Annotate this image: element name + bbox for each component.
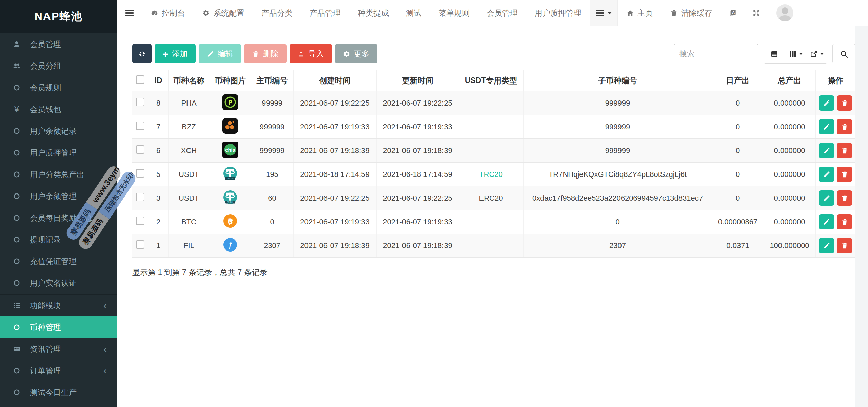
row-checkbox[interactable] [136,217,144,225]
row-delete-button[interactable] [837,143,852,158]
search-submit-button[interactable] [832,44,855,63]
sidebar-item-11[interactable]: 充值凭证管理 [0,251,117,272]
total-output: 0.000000 [774,123,805,131]
row-id: 7 [156,123,160,131]
sub-code: 2307 [609,241,626,250]
nav-item-label: 会员管理 [487,8,518,18]
chevron-down-icon [799,53,803,55]
row-delete-button[interactable] [837,95,852,111]
import-button[interactable]: 导入 [290,44,332,63]
trash-icon [841,195,848,202]
row-checkbox[interactable] [136,98,144,106]
nav-item-1[interactable]: 控制台 [142,0,194,26]
main-code: 195 [266,170,278,179]
toggle-view-button[interactable] [764,44,785,63]
sidebar-item-10[interactable]: 提现记录 [0,229,117,251]
nav-item-4[interactable]: 产品管理 [301,0,349,26]
records-summary: 显示第 1 到第 7 条记录，总共 7 条记录 [132,267,855,278]
row-edit-button[interactable] [819,119,834,134]
row-checkbox[interactable] [136,240,144,249]
sidebar-item-label: 提现记录 [30,235,61,245]
row-edit-button[interactable] [819,190,834,206]
row-edit-button[interactable] [819,167,834,182]
row-delete-button[interactable] [837,119,852,134]
circle-icon [12,279,21,288]
nav-item-6[interactable]: 测试 [397,0,430,26]
sidebar-item-6[interactable]: 用户质押管理 [0,142,117,164]
menu-dropdown-button[interactable] [590,0,618,26]
trash-icon [670,9,678,17]
row-delete-button[interactable] [837,167,852,182]
sidebar-item-15[interactable]: 资讯管理‹ [0,338,117,360]
nav-item-label: 种类提成 [358,8,389,18]
column-header: 操作 [815,70,855,91]
sidebar-item-16[interactable]: 订单管理‹ [0,360,117,382]
updated-time: 2021-06-07 19:22:25 [383,194,452,202]
sidebar-toggle-button[interactable] [117,0,142,26]
columns-button[interactable] [785,44,806,63]
coin-name: PHA [181,99,196,107]
sidebar: NAP蜂池 会员管理会员分组会员规则¥会员钱包用户余额记录用户质押管理用户分类总… [0,0,117,407]
refresh-button[interactable] [132,44,152,63]
clear-cache-button[interactable]: 清除缓存 [662,0,721,26]
usdt-type[interactable]: TRC20 [479,170,503,179]
row-delete-button[interactable] [837,238,852,253]
updated-time: 2021-06-07 19:19:33 [383,218,452,226]
user-icon [12,40,21,49]
sidebar-item-label: 会员钱包 [30,104,61,115]
main-code: 999999 [260,146,284,155]
select-all-checkbox[interactable] [136,75,144,84]
add-button[interactable]: +添加 [155,44,196,63]
sidebar-item-3[interactable]: 会员规则 [0,77,117,98]
sidebar-item-label: 币种管理 [30,322,61,333]
sidebar-item-4[interactable]: ¥会员钱包 [0,98,117,120]
sidebar-item-12[interactable]: 用户实名认证 [0,272,117,294]
language-button[interactable]: A [721,0,745,26]
row-delete-button[interactable] [837,190,852,206]
sidebar-item-9[interactable]: 会员每日奖励汇总 [0,207,117,229]
home-button[interactable]: 主页 [618,0,662,26]
fullscreen-button[interactable] [745,0,768,26]
sidebar-item-14[interactable]: 币种管理 [0,316,117,338]
table-header-row: ID币种名称币种图片主币编号创建时间更新时间USDT专用类型子币种编号日产出总产… [132,70,855,91]
sidebar-item-7[interactable]: 用户分类总产出 [0,164,117,185]
row-checkbox[interactable] [136,193,144,201]
coins-table: ID币种名称币种图片主币编号创建时间更新时间USDT专用类型子币种编号日产出总产… [132,70,855,258]
sidebar-item-13[interactable]: 功能模块‹ [0,295,117,316]
row-checkbox[interactable] [136,169,144,178]
daily-output: 0 [736,194,740,202]
sidebar-item-5[interactable]: 用户余额记录 [0,120,117,142]
coin-name: BZZ [182,123,196,131]
delete-button[interactable]: 删除 [244,44,287,63]
hamburger-icon [125,9,134,17]
daily-output: 0 [736,123,740,131]
sidebar-item-8[interactable]: 用户余额管理 [0,185,117,207]
user-avatar[interactable] [776,4,793,21]
nav-item-label: 菜单规则 [438,8,470,18]
sidebar-item-17[interactable]: 测试今日生产 [0,382,117,403]
export-button[interactable] [806,44,827,63]
chevron-down-icon [607,12,612,14]
nav-item-5[interactable]: 种类提成 [349,0,397,26]
column-header: 主币编号 [251,70,293,91]
nav-item-8[interactable]: 会员管理 [478,0,526,26]
row-edit-button[interactable] [819,143,834,158]
row-checkbox[interactable] [136,145,144,154]
row-checkbox[interactable] [136,122,144,130]
row-edit-button[interactable] [819,95,834,111]
edit-button[interactable]: 编辑 [199,44,241,63]
sidebar-item-1[interactable]: 会员管理 [0,33,117,55]
search-input[interactable] [674,44,758,63]
nav-item-2[interactable]: 系统配置 [194,0,253,26]
more-button[interactable]: 更多 [335,44,377,63]
translate-icon: A [728,8,737,17]
more-label: 更多 [354,49,370,59]
nav-item-7[interactable]: 菜单规则 [430,0,478,26]
column-header: 总产出 [764,70,815,91]
row-edit-button[interactable] [819,214,834,229]
row-delete-button[interactable] [837,214,852,229]
row-edit-button[interactable] [819,238,834,253]
sidebar-item-2[interactable]: 会员分组 [0,55,117,77]
nav-item-9[interactable]: 用户质押管理 [526,0,590,26]
nav-item-3[interactable]: 产品分类 [253,0,301,26]
